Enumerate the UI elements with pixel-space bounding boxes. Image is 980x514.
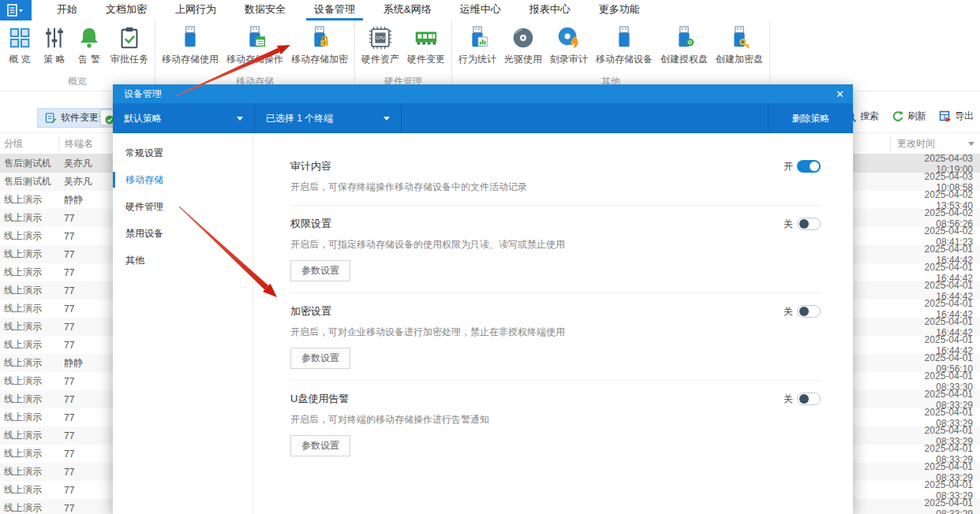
cell-group: 线上演示 xyxy=(0,248,58,261)
policy-sliders-icon xyxy=(41,24,68,51)
toggle-state-label: 开 xyxy=(784,160,793,173)
cell-terminal: 77 xyxy=(58,322,110,333)
toggle-switch[interactable] xyxy=(797,218,821,230)
section-title: U盘使用告警 xyxy=(290,392,349,406)
ribbon-item[interactable]: 移动存储使用 xyxy=(158,24,223,66)
toggle-switch[interactable] xyxy=(797,160,821,173)
ribbon-item[interactable]: 刻录审计 xyxy=(546,24,592,66)
cell-group: 线上演示 xyxy=(0,266,58,279)
dialog-sidebar-item[interactable]: 禁用设备 xyxy=(113,220,252,247)
导出-button[interactable]: 导出 xyxy=(939,110,974,123)
col-header-terminal[interactable]: 终端名 xyxy=(58,136,110,151)
ribbon-group: CPU 硬件资产 硬件变更 硬件管理 xyxy=(355,20,452,91)
menu-tab-文档加密[interactable]: 文档加密 xyxy=(98,0,155,20)
parameter-settings-button[interactable]: 参数设置 xyxy=(290,348,350,369)
settings-section: 加密设置 关 开启后，可对企业移动设备进行加密处理，禁止在非授权终端使用 参数设… xyxy=(290,293,821,381)
dialog-sidebar-item[interactable]: 常规设置 xyxy=(113,140,252,166)
menu-tab-开始[interactable]: 开始 xyxy=(49,0,85,20)
chevron-down-icon xyxy=(237,117,243,121)
usb-operate-icon xyxy=(241,24,268,51)
settings-section: 审计内容 开 开启后，可保存终端操作移动存储设备中的文件活动记录 xyxy=(290,148,821,206)
dialog-sidebar-item[interactable]: 移动存储 xyxy=(113,166,252,193)
ribbon-item[interactable]: 创建授权盘 xyxy=(656,24,712,66)
ribbon-item[interactable]: 移动存储设备 xyxy=(592,24,656,66)
menu-tab-label: 更多功能 xyxy=(599,3,640,15)
cell-terminal: 77 xyxy=(58,376,110,387)
menu-tab-上网行为[interactable]: 上网行为 xyxy=(167,0,224,20)
ribbon-item[interactable]: 光驱使用 xyxy=(500,24,546,66)
close-icon[interactable]: ✕ xyxy=(836,89,844,99)
table-actions: 搜索 刷新 导出 xyxy=(844,110,974,123)
menu-tab-label: 设备管理 xyxy=(314,3,355,15)
col-header-modified-time[interactable]: 更改时间 xyxy=(890,136,980,151)
ribbon-item-label: 光驱使用 xyxy=(504,53,542,66)
ribbon-item-label: 硬件资产 xyxy=(361,53,399,66)
terminal-selection-dropdown[interactable]: 已选择 1 个终端 xyxy=(255,103,402,133)
usb-auth-icon xyxy=(671,24,698,51)
cell-terminal: 静静 xyxy=(58,193,110,207)
ribbon-item-label: 创建加密盘 xyxy=(716,53,763,66)
dialog-sidebar-item[interactable]: 其他 xyxy=(113,247,252,274)
ribbon-item[interactable]: 硬件变更 xyxy=(403,24,449,66)
cell-group: 线上演示 xyxy=(0,320,58,333)
ribbon-item-label: 移动存储使用 xyxy=(162,53,219,66)
刷新-button[interactable]: 刷新 xyxy=(892,110,926,123)
cell-terminal: 77 xyxy=(58,249,110,260)
parameter-settings-button[interactable]: 参数设置 xyxy=(290,260,350,281)
menu-tab-运维中心[interactable]: 运维中心 xyxy=(452,0,509,20)
ribbon-item-label: 移动存储操作 xyxy=(226,53,283,66)
cell-group: 线上演示 xyxy=(0,447,58,460)
menu-tab-系统&网络[interactable]: 系统&网络 xyxy=(376,0,440,20)
ribbon-item[interactable]: 概 览 xyxy=(2,24,37,66)
cell-terminal: 吴亦凡 xyxy=(58,175,110,188)
menu-tab-报表中心[interactable]: 报表中心 xyxy=(522,0,578,20)
cell-group: 线上演示 xyxy=(0,229,58,243)
policy-dropdown[interactable]: 默认策略 xyxy=(113,103,255,133)
menu-tab-label: 开始 xyxy=(57,3,77,15)
ribbon-item[interactable]: CPU 硬件资产 xyxy=(357,24,403,66)
toggle-switch[interactable] xyxy=(797,393,821,405)
cell-terminal: 77 xyxy=(58,503,110,514)
cell-group: 线上演示 xyxy=(0,211,58,225)
delete-policy-button[interactable]: 删除策略 xyxy=(769,103,853,133)
col-header-group[interactable]: 分组 xyxy=(0,137,58,151)
ribbon-item-label: 概 览 xyxy=(9,53,30,66)
ribbon-group: 行为统计 光驱使用 刻录审计 移动存储设备 创建授权盘 创建加密盘 其他 xyxy=(452,20,770,91)
ribbon-item-label: 移动存储设备 xyxy=(596,53,653,66)
ribbon-item[interactable]: 告 警 xyxy=(72,24,107,66)
sort-caret-icon[interactable] xyxy=(968,142,974,146)
cell-group: 线上演示 xyxy=(0,393,58,406)
cell-terminal: 77 xyxy=(58,267,110,278)
toggle-switch[interactable] xyxy=(797,305,821,318)
cell-group: 线上演示 xyxy=(0,284,58,297)
ribbon-item-label: 移动存储加密 xyxy=(291,53,348,66)
menu-tab-label: 上网行为 xyxy=(175,3,216,15)
section-title: 加密设置 xyxy=(290,304,331,318)
ribbon-item[interactable]: 移动存储加密 xyxy=(287,24,352,66)
chevron-down-icon xyxy=(383,117,390,121)
ribbon-item[interactable]: 行为统计 xyxy=(454,24,500,66)
ribbon-group: 概 览 策 略 告 警 审批任务 概览 xyxy=(0,20,155,91)
ribbon-item[interactable]: 创建加密盘 xyxy=(712,24,767,66)
menu-tabs: 开始文档加密上网行为数据安全设备管理系统&网络运维中心报表中心更多功能 xyxy=(43,0,654,20)
ribbon-item[interactable]: 策 略 xyxy=(37,24,72,66)
cell-group: 线上演示 xyxy=(0,411,58,424)
menu-tab-更多功能[interactable]: 更多功能 xyxy=(591,0,648,20)
cell-group: 售后测试机 xyxy=(0,157,58,170)
menu-tab-设备管理[interactable]: 设备管理 xyxy=(306,0,363,20)
section-description: 开启后，可对企业移动设备进行加密处理，禁止在非授权终端使用 xyxy=(290,326,821,339)
dialog-sidebar: 常规设置移动存储硬件管理禁用设备其他 xyxy=(113,133,253,514)
menu-tab-数据安全[interactable]: 数据安全 xyxy=(237,0,294,20)
app-menu-button[interactable] xyxy=(0,0,32,20)
dialog-sidebar-item[interactable]: 硬件管理 xyxy=(113,193,252,220)
ribbon-item[interactable]: 审批任务 xyxy=(107,24,152,66)
menu-tab-label: 文档加密 xyxy=(106,3,147,15)
action-label: 刷新 xyxy=(907,110,926,123)
cell-terminal: 静静 xyxy=(58,356,110,370)
ribbon-item[interactable]: 移动存储操作 xyxy=(223,24,287,66)
ribbon-item-label: 策 略 xyxy=(43,53,65,66)
alert-bell-icon xyxy=(76,24,103,51)
parameter-settings-button[interactable]: 参数设置 xyxy=(290,435,350,456)
toggle-state-label: 关 xyxy=(784,305,793,318)
app-window: 开始文档加密上网行为数据安全设备管理系统&网络运维中心报表中心更多功能 概 览 … xyxy=(0,0,980,514)
